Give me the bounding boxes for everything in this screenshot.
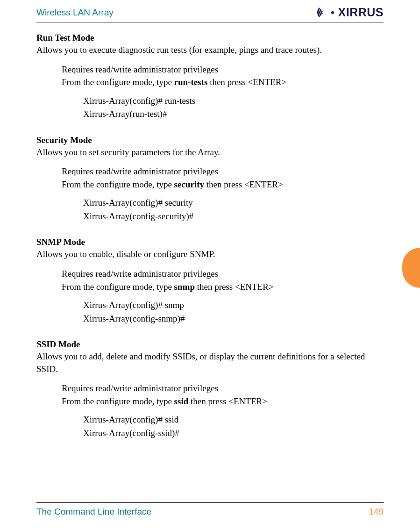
requirements-block: Requires read/write administrator privil… — [62, 267, 384, 293]
command-keyword: snmp — [174, 282, 195, 292]
logo-text: XIRRUS — [338, 6, 384, 19]
instruction-suffix: then press <ENTER> — [188, 396, 267, 406]
instruction-prefix: From the configure mode, type — [62, 396, 174, 406]
instruction-suffix: then press <ENTER> — [204, 179, 283, 189]
page-footer: The Command Line Interface 149 — [36, 502, 384, 517]
section-description: Allows you to add, delete and modify SSI… — [36, 351, 384, 375]
requirements-block: Requires read/write administrator privil… — [62, 382, 384, 408]
privileges-line: Requires read/write administrator privil… — [62, 165, 384, 178]
privileges-line: Requires read/write administrator privil… — [62, 63, 384, 76]
cli-example-block: Xirrus-Array(config)# snmp Xirrus-Array(… — [83, 299, 384, 325]
section-description: Allows you to set security parameters fo… — [36, 146, 384, 159]
privileges-line: Requires read/write administrator privil… — [62, 267, 384, 280]
header-title: Wireless LAN Array — [36, 7, 114, 18]
section-description: Allows you to enable, disable or configu… — [36, 248, 384, 261]
section-ssid-mode: SSID Mode Allows you to add, delete and … — [36, 339, 384, 440]
requirements-block: Requires read/write administrator privil… — [62, 63, 384, 89]
brand-logo: XIRRUS — [321, 6, 384, 19]
document-page: Wireless LAN Array XIRRUS Run Test Mode … — [0, 0, 420, 530]
instruction-suffix: then press <ENTER> — [195, 282, 274, 292]
cli-line: Xirrus-Array(config-ssid)# — [83, 427, 384, 440]
privileges-line: Requires read/write administrator privil… — [62, 382, 384, 395]
section-security-mode: Security Mode Allows you to set security… — [36, 135, 384, 223]
requirements-block: Requires read/write administrator privil… — [62, 165, 384, 191]
command-keyword: run-tests — [174, 77, 208, 87]
section-description: Allows you to execute diagnostic run tes… — [36, 44, 384, 57]
page-number: 149 — [369, 507, 384, 517]
section-heading: SSID Mode — [36, 339, 384, 350]
cli-line: Xirrus-Array(config)# snmp — [83, 299, 384, 312]
section-heading: Security Mode — [36, 135, 384, 145]
cli-example-block: Xirrus-Array(config)# run-tests Xirrus-A… — [83, 94, 384, 121]
instruction-line: From the configure mode, type snmp then … — [62, 280, 384, 294]
section-run-test-mode: Run Test Mode Allows you to execute diag… — [36, 33, 384, 121]
section-heading: Run Test Mode — [36, 33, 384, 43]
command-keyword: security — [174, 179, 204, 189]
instruction-prefix: From the configure mode, type — [62, 179, 174, 189]
cli-line: Xirrus-Array(config)# ssid — [83, 413, 384, 427]
command-keyword: ssid — [174, 396, 189, 406]
page-header: Wireless LAN Array XIRRUS — [36, 6, 384, 22]
instruction-prefix: From the configure mode, type — [62, 282, 174, 292]
cli-example-block: Xirrus-Array(config)# security Xirrus-Ar… — [83, 196, 384, 223]
cli-line: Xirrus-Array(config-snmp)# — [83, 312, 384, 326]
wifi-icon — [321, 6, 337, 19]
cli-line: Xirrus-Array(config-security)# — [83, 210, 384, 223]
instruction-line: From the configure mode, type run-tests … — [62, 76, 384, 89]
cli-line: Xirrus-Array(run-test)# — [83, 107, 384, 121]
instruction-prefix: From the configure mode, type — [62, 77, 174, 87]
footer-section-title: The Command Line Interface — [36, 507, 151, 517]
instruction-line: From the configure mode, type security t… — [62, 178, 384, 191]
instruction-line: From the configure mode, type ssid then … — [62, 395, 384, 408]
instruction-suffix: then press <ENTER> — [207, 77, 286, 87]
cli-example-block: Xirrus-Array(config)# ssid Xirrus-Array(… — [83, 413, 384, 440]
cli-line: Xirrus-Array(config)# security — [83, 196, 384, 210]
cli-line: Xirrus-Array(config)# run-tests — [83, 94, 384, 108]
section-heading: SNMP Mode — [36, 237, 384, 247]
section-snmp-mode: SNMP Mode Allows you to enable, disable … — [36, 237, 384, 325]
